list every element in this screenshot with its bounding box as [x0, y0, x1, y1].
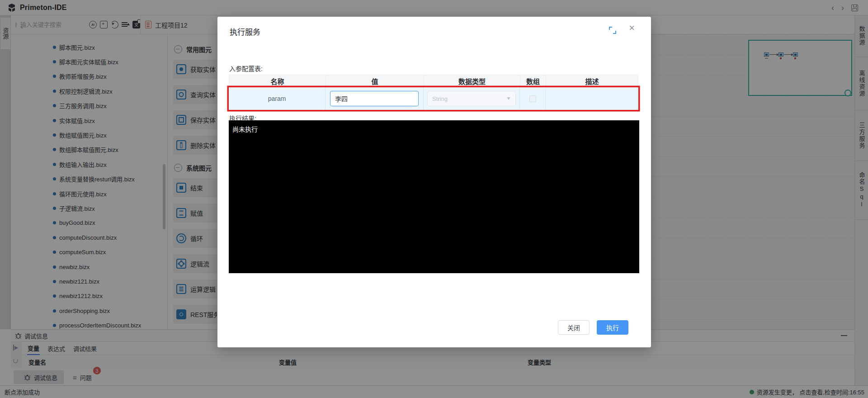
- col-array: 数组: [520, 75, 546, 87]
- dialog-title: 执行服务: [230, 26, 260, 37]
- params-table-label: 入参配置表:: [229, 64, 263, 73]
- fullscreen-icon[interactable]: [609, 27, 616, 34]
- col-description: 描述: [546, 75, 638, 87]
- params-table-header: 名称 值 数据类型 数组 描述: [229, 75, 638, 87]
- close-button[interactable]: 关闭: [558, 320, 590, 335]
- param-value-input[interactable]: [330, 91, 419, 106]
- execution-console: 尚未执行: [229, 120, 639, 273]
- param-name: param: [268, 95, 286, 102]
- execute-button[interactable]: 执行: [597, 320, 628, 335]
- params-table: 名称 值 数据类型 数组 描述 param String: [229, 75, 638, 110]
- param-array-checkbox[interactable]: [529, 95, 536, 102]
- close-icon[interactable]: ×: [629, 22, 635, 34]
- execute-service-dialog: 执行服务 × 入参配置表: 名称 值 数据类型 数组 描述 param Stri…: [217, 17, 651, 347]
- col-value: 值: [326, 75, 424, 87]
- param-description: [546, 87, 637, 110]
- param-row-highlighted: param String: [229, 87, 638, 110]
- col-datatype: 数据类型: [424, 75, 520, 87]
- param-datatype-select[interactable]: String: [427, 91, 516, 106]
- col-name: 名称: [229, 75, 326, 87]
